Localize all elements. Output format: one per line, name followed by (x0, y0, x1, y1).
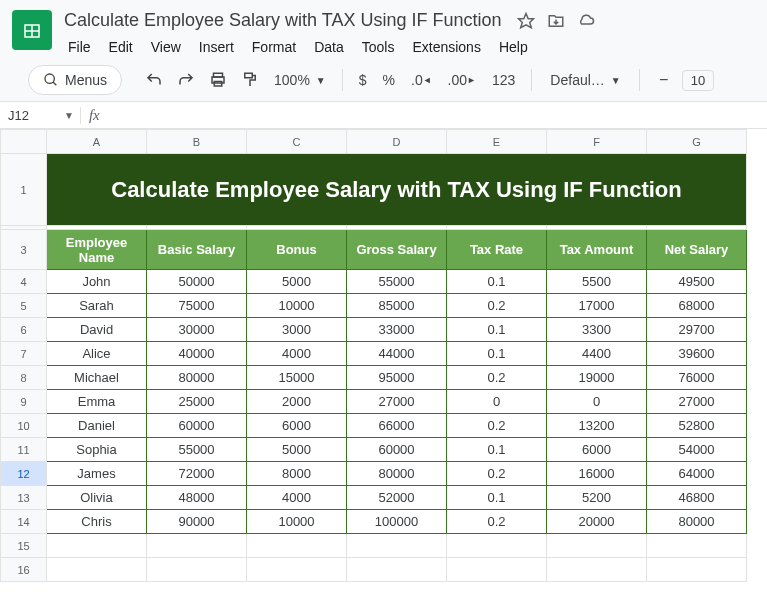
table-data-cell[interactable]: 46800 (647, 486, 747, 510)
table-data-cell[interactable]: 6000 (247, 414, 347, 438)
cell[interactable] (47, 534, 147, 558)
table-data-cell[interactable]: 54000 (647, 438, 747, 462)
table-data-cell[interactable]: 10000 (247, 294, 347, 318)
cell[interactable] (147, 558, 247, 582)
table-data-cell[interactable]: 0.1 (447, 342, 547, 366)
table-data-cell[interactable]: 49500 (647, 270, 747, 294)
table-data-cell[interactable]: Alice (47, 342, 147, 366)
table-data-cell[interactable]: 0.1 (447, 270, 547, 294)
menu-help[interactable]: Help (491, 35, 536, 59)
row-header[interactable]: 8 (1, 366, 47, 390)
table-data-cell[interactable]: 68000 (647, 294, 747, 318)
table-data-cell[interactable]: Chris (47, 510, 147, 534)
table-data-cell[interactable]: Daniel (47, 414, 147, 438)
table-data-cell[interactable]: 4000 (247, 486, 347, 510)
table-data-cell[interactable]: 80000 (147, 366, 247, 390)
table-data-cell[interactable]: 5000 (247, 438, 347, 462)
table-data-cell[interactable]: Sophia (47, 438, 147, 462)
table-data-cell[interactable]: 60000 (147, 414, 247, 438)
row-header[interactable]: 10 (1, 414, 47, 438)
menu-file[interactable]: File (60, 35, 99, 59)
table-data-cell[interactable]: 3000 (247, 318, 347, 342)
table-data-cell[interactable]: 4400 (547, 342, 647, 366)
column-header[interactable]: D (347, 130, 447, 154)
row-header[interactable]: 6 (1, 318, 47, 342)
name-box-dropdown[interactable]: ▼ (58, 110, 80, 121)
table-data-cell[interactable]: 8000 (247, 462, 347, 486)
table-data-cell[interactable]: 50000 (147, 270, 247, 294)
zoom-dropdown[interactable]: 100%▼ (268, 72, 332, 88)
font-dropdown[interactable]: Defaul…▼ (542, 72, 628, 88)
table-data-cell[interactable]: 2000 (247, 390, 347, 414)
select-all-corner[interactable] (1, 130, 47, 154)
cell[interactable] (647, 534, 747, 558)
table-data-cell[interactable]: 0.2 (447, 294, 547, 318)
table-header-cell[interactable]: Net Salary (647, 230, 747, 270)
table-data-cell[interactable]: John (47, 270, 147, 294)
row-header[interactable]: 16 (1, 558, 47, 582)
number-format-button[interactable]: 123 (486, 72, 521, 88)
table-data-cell[interactable]: 16000 (547, 462, 647, 486)
table-data-cell[interactable]: 4000 (247, 342, 347, 366)
sheets-logo[interactable] (12, 10, 52, 50)
table-data-cell[interactable]: 5200 (547, 486, 647, 510)
table-data-cell[interactable]: David (47, 318, 147, 342)
cell[interactable] (47, 558, 147, 582)
cell[interactable] (547, 534, 647, 558)
table-data-cell[interactable]: 55000 (147, 438, 247, 462)
cell[interactable] (447, 558, 547, 582)
table-data-cell[interactable]: 0.2 (447, 510, 547, 534)
table-data-cell[interactable]: 0 (447, 390, 547, 414)
table-header-cell[interactable]: Tax Amount (547, 230, 647, 270)
table-data-cell[interactable]: 5500 (547, 270, 647, 294)
table-data-cell[interactable]: Olivia (47, 486, 147, 510)
table-data-cell[interactable]: 75000 (147, 294, 247, 318)
cell[interactable] (347, 534, 447, 558)
cell[interactable] (647, 558, 747, 582)
table-data-cell[interactable]: 0.1 (447, 486, 547, 510)
menu-format[interactable]: Format (244, 35, 304, 59)
cell[interactable] (247, 534, 347, 558)
cell[interactable] (347, 558, 447, 582)
table-data-cell[interactable]: 6000 (547, 438, 647, 462)
table-data-cell[interactable]: 95000 (347, 366, 447, 390)
table-data-cell[interactable]: 72000 (147, 462, 247, 486)
menus-search-button[interactable]: Menus (28, 65, 122, 95)
table-data-cell[interactable]: 13200 (547, 414, 647, 438)
table-data-cell[interactable]: 100000 (347, 510, 447, 534)
row-header[interactable]: 7 (1, 342, 47, 366)
table-data-cell[interactable]: 0.1 (447, 318, 547, 342)
table-data-cell[interactable]: 0 (547, 390, 647, 414)
table-data-cell[interactable]: 17000 (547, 294, 647, 318)
column-header[interactable]: F (547, 130, 647, 154)
table-data-cell[interactable]: 20000 (547, 510, 647, 534)
column-header[interactable]: C (247, 130, 347, 154)
table-data-cell[interactable]: 85000 (347, 294, 447, 318)
table-data-cell[interactable]: 19000 (547, 366, 647, 390)
percent-button[interactable]: % (377, 72, 401, 88)
table-data-cell[interactable]: 76000 (647, 366, 747, 390)
table-data-cell[interactable]: 60000 (347, 438, 447, 462)
table-header-cell[interactable]: Employee Name (47, 230, 147, 270)
table-data-cell[interactable]: 40000 (147, 342, 247, 366)
document-title[interactable]: Calculate Employee Salary with TAX Using… (60, 8, 506, 33)
row-header[interactable]: 9 (1, 390, 47, 414)
table-data-cell[interactable]: 0.2 (447, 462, 547, 486)
row-header[interactable]: 14 (1, 510, 47, 534)
menu-view[interactable]: View (143, 35, 189, 59)
redo-button[interactable] (172, 66, 200, 94)
row-header[interactable]: 12 (1, 462, 47, 486)
table-data-cell[interactable]: 3300 (547, 318, 647, 342)
table-data-cell[interactable]: 64000 (647, 462, 747, 486)
print-button[interactable] (204, 66, 232, 94)
table-data-cell[interactable]: 10000 (247, 510, 347, 534)
table-data-cell[interactable]: 33000 (347, 318, 447, 342)
table-data-cell[interactable]: 44000 (347, 342, 447, 366)
table-data-cell[interactable]: 25000 (147, 390, 247, 414)
cloud-status-icon[interactable] (576, 11, 596, 31)
table-header-cell[interactable]: Tax Rate (447, 230, 547, 270)
increase-decimal-button[interactable]: .00► (442, 72, 482, 88)
table-data-cell[interactable]: 48000 (147, 486, 247, 510)
row-header[interactable]: 11 (1, 438, 47, 462)
table-data-cell[interactable]: 52000 (347, 486, 447, 510)
